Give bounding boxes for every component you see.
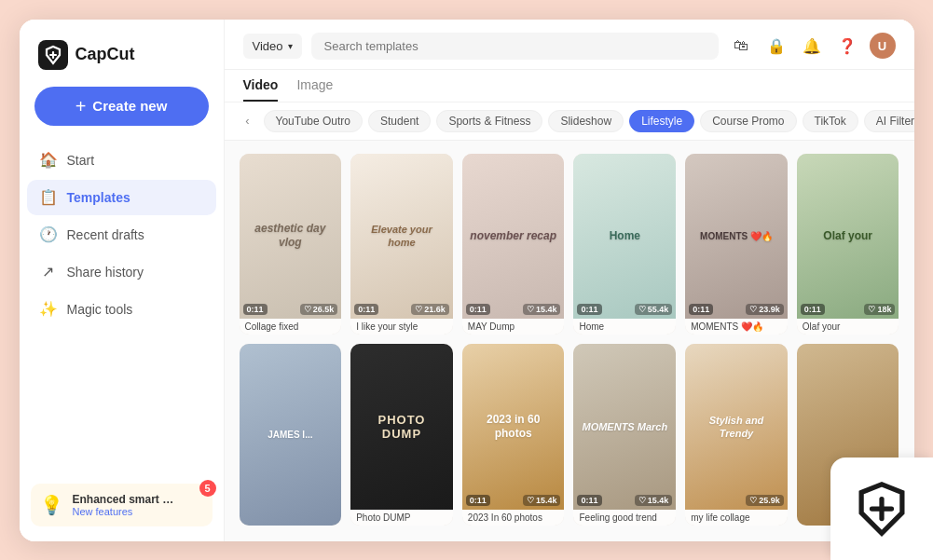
card-10-img: MOMENTS March 0:11 ♡ 15.4k xyxy=(573,344,676,510)
video-dropdown[interactable]: Video ▾ xyxy=(243,34,302,59)
filter-tag-ai-filter[interactable]: AI Filter xyxy=(864,110,914,132)
card-9-likes: ♡ 15.4k xyxy=(523,495,561,506)
sidebar-item-recent-drafts[interactable]: 🕐 Recent drafts xyxy=(27,217,216,253)
filter-tag-sports[interactable]: Sports & Fitness xyxy=(436,110,542,132)
sidebar-footer[interactable]: 💡 Enhanced smart resi... New features 5 xyxy=(31,484,213,526)
template-icon: 📋 xyxy=(40,189,57,206)
sidebar-item-start-label: Start xyxy=(67,153,95,168)
card-8-title: Photo DUMP xyxy=(356,512,410,523)
card-3-img: november recap 0:11 ♡ 15.4k xyxy=(462,154,565,320)
card-3-label: november recap xyxy=(470,229,556,244)
template-card-5[interactable]: MOMENTS ❤️🔥 0:11 ♡ 23.9k MOMENTS ❤️🔥 xyxy=(685,154,788,335)
card-1-duration: 0:11 xyxy=(243,304,268,315)
card-2-label: Elevate your home xyxy=(358,223,446,250)
card-5-duration: 0:11 xyxy=(689,304,713,315)
template-card-3[interactable]: november recap 0:11 ♡ 15.4k MAY Dump xyxy=(462,154,565,335)
card-3-title: MAY Dump xyxy=(468,321,515,332)
app-container: CapCut + Create new 🏠 Start 📋 Templates … xyxy=(20,20,914,541)
footer-title: Enhanced smart resi... xyxy=(73,493,175,506)
card-1-footer: Collage fixed xyxy=(240,319,342,335)
card-11-label: Stylish and Trendy xyxy=(693,414,780,441)
home-icon: 🏠 xyxy=(40,152,57,169)
template-grid-container: aesthetic day vlog 0:11 ♡ 26.5k Collage … xyxy=(225,141,914,541)
tab-image[interactable]: Image xyxy=(296,77,333,102)
filter-tag-youtube-outro[interactable]: YouTube Outro xyxy=(264,110,364,132)
card-10-duration: 0:11 xyxy=(577,495,601,506)
template-card-9[interactable]: 2023 in 60 photos 0:11 ♡ 15.4k 2023 In 6… xyxy=(462,344,565,526)
template-card-6[interactable]: Olaf your 0:11 ♡ 18k Olaf your xyxy=(797,154,899,335)
question-icon[interactable]: ❓ xyxy=(834,33,860,59)
card-2-img: Elevate your home 0:11 ♡ 21.6k xyxy=(350,154,453,320)
template-card-8[interactable]: PHOTO DUMP Photo DUMP xyxy=(350,344,453,526)
card-7-label: JAMES I... xyxy=(264,425,316,444)
card-5-likes: ♡ 23.9k xyxy=(746,304,784,315)
filter-tag-tiktok[interactable]: TikTok xyxy=(803,110,858,132)
card-9-duration: 0:11 xyxy=(466,495,490,506)
card-6-footer: Olaf your xyxy=(797,319,899,335)
template-card-2[interactable]: Elevate your home 0:11 ♡ 21.6k I like yo… xyxy=(350,154,453,335)
card-6-duration: 0:11 xyxy=(801,304,825,315)
avatar-icon[interactable]: U xyxy=(870,33,896,59)
sidebar-item-start[interactable]: 🏠 Start xyxy=(27,143,216,178)
card-8-img: PHOTO DUMP xyxy=(350,344,453,510)
sidebar-item-magic-tools[interactable]: ✨ Magic tools xyxy=(27,292,216,327)
card-5-label: MOMENTS ❤️🔥 xyxy=(700,230,773,242)
filter-tag-course-promo[interactable]: Course Promo xyxy=(700,110,796,132)
card-1-likes: ♡ 26.5k xyxy=(300,304,338,315)
template-card-11[interactable]: Stylish and Trendy ♡ 25.9k my life colla… xyxy=(685,344,788,526)
card-5-img: MOMENTS ❤️🔥 0:11 ♡ 23.9k xyxy=(685,154,788,320)
footer-badge: 5 xyxy=(199,480,216,497)
sidebar-item-drafts-label: Recent drafts xyxy=(67,227,144,242)
card-10-label: MOMENTS March xyxy=(582,420,667,433)
template-card-7[interactable]: JAMES I... xyxy=(240,344,342,526)
card-5-title: MOMENTS ❤️🔥 xyxy=(691,321,763,332)
search-input[interactable] xyxy=(311,33,719,60)
card-4-likes: ♡ 55.4k xyxy=(635,304,673,315)
card-4-title: Home xyxy=(579,321,604,332)
topbar: Video ▾ 🛍 🔒 🔔 ❓ U xyxy=(225,20,914,70)
sidebar-item-share-history[interactable]: ↗ Share history xyxy=(27,254,216,290)
filter-row: ‹ YouTube Outro Student Sports & Fitness… xyxy=(225,102,914,141)
create-new-button[interactable]: + Create new xyxy=(34,87,209,126)
card-3-footer: MAY Dump xyxy=(462,319,565,335)
bag-icon[interactable]: 🛍 xyxy=(728,33,754,59)
create-new-label: Create new xyxy=(92,98,167,114)
card-2-title: I like your style xyxy=(356,321,418,332)
sidebar-item-templates[interactable]: 📋 Templates xyxy=(27,180,216,215)
lightbulb-icon: 💡 xyxy=(40,494,63,516)
template-card-4[interactable]: Home 0:11 ♡ 55.4k Home xyxy=(573,154,676,335)
template-card-1[interactable]: aesthetic day vlog 0:11 ♡ 26.5k Collage … xyxy=(240,154,342,335)
card-10-title: Feeling good trend xyxy=(579,512,656,523)
card-6-likes: ♡ 18k xyxy=(864,304,895,315)
bell-icon[interactable]: 🔔 xyxy=(799,33,825,59)
draft-icon: 🕐 xyxy=(40,226,57,243)
filter-tag-lifestyle[interactable]: Lifestyle xyxy=(629,110,694,132)
sidebar-item-magic-label: Magic tools xyxy=(67,302,133,317)
card-2-duration: 0:11 xyxy=(354,304,378,315)
plus-icon: + xyxy=(75,97,87,116)
card-9-label: 2023 in 60 photos xyxy=(470,413,557,442)
filter-tag-student[interactable]: Student xyxy=(368,110,431,132)
lock-icon[interactable]: 🔒 xyxy=(763,33,789,59)
footer-text: Enhanced smart resi... New features xyxy=(73,493,203,517)
card-9-img: 2023 in 60 photos 0:11 ♡ 15.4k xyxy=(462,344,565,510)
filter-prev-arrow[interactable]: ‹ xyxy=(238,111,258,131)
card-11-img: Stylish and Trendy ♡ 25.9k xyxy=(685,344,788,510)
tabs-row: Video Image xyxy=(225,70,914,102)
capcut-logo-svg xyxy=(38,40,68,70)
card-1-title: Collage fixed xyxy=(245,321,299,332)
card-10-likes: ♡ 15.4k xyxy=(635,495,673,506)
sidebar-logo: CapCut xyxy=(20,20,224,87)
card-3-duration: 0:11 xyxy=(466,304,490,315)
card-7-img: JAMES I... xyxy=(240,344,342,526)
brand-logo-large-icon xyxy=(849,476,914,541)
card-1-label: aesthetic day vlog xyxy=(247,222,335,251)
tab-video[interactable]: Video xyxy=(243,77,279,102)
card-4-footer: Home xyxy=(573,319,676,335)
filter-tag-slideshow[interactable]: Slideshow xyxy=(548,110,624,132)
card-11-footer: my life collage xyxy=(685,510,788,526)
card-8-footer: Photo DUMP xyxy=(350,510,453,526)
card-4-img: Home 0:11 ♡ 55.4k xyxy=(573,154,676,320)
topbar-icons: 🛍 🔒 🔔 ❓ U xyxy=(728,33,896,59)
template-card-10[interactable]: MOMENTS March 0:11 ♡ 15.4k Feeling good … xyxy=(573,344,676,526)
